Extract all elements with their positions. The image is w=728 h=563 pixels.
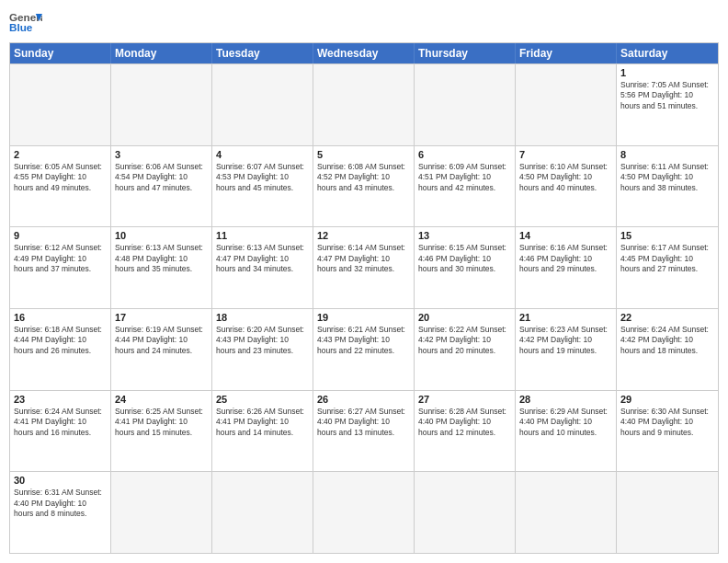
calendar-cell: 28Sunrise: 6:29 AM Sunset: 4:40 PM Dayli… (516, 391, 617, 472)
day-number: 17 (115, 312, 208, 323)
day-number: 12 (317, 230, 410, 241)
cell-info: Sunrise: 6:09 AM Sunset: 4:51 PM Dayligh… (418, 162, 511, 193)
cell-info: Sunrise: 6:05 AM Sunset: 4:55 PM Dayligh… (14, 162, 107, 193)
day-number: 25 (216, 394, 309, 405)
day-number: 18 (216, 312, 309, 323)
cell-info: Sunrise: 6:17 AM Sunset: 4:45 PM Dayligh… (620, 243, 714, 274)
day-number: 15 (620, 230, 714, 241)
calendar-cell: 13Sunrise: 6:15 AM Sunset: 4:46 PM Dayli… (415, 227, 516, 308)
day-number: 13 (418, 230, 511, 241)
calendar-cell: 24Sunrise: 6:25 AM Sunset: 4:41 PM Dayli… (111, 391, 212, 472)
calendar-cell: 11Sunrise: 6:13 AM Sunset: 4:47 PM Dayli… (212, 227, 313, 308)
week-row-2: 2Sunrise: 6:05 AM Sunset: 4:55 PM Daylig… (10, 145, 718, 227)
calendar-cell (415, 64, 516, 145)
calendar-cell (10, 64, 111, 145)
day-number: 20 (418, 312, 511, 323)
cell-info: Sunrise: 6:11 AM Sunset: 4:50 PM Dayligh… (620, 162, 714, 193)
calendar-cell (516, 472, 617, 553)
week-row-4: 16Sunrise: 6:18 AM Sunset: 4:44 PM Dayli… (10, 308, 718, 390)
cell-info: Sunrise: 6:24 AM Sunset: 4:41 PM Dayligh… (14, 407, 107, 438)
logo: General Blue (9, 9, 42, 35)
day-number: 4 (216, 149, 309, 160)
week-row-3: 9Sunrise: 6:12 AM Sunset: 4:49 PM Daylig… (10, 226, 718, 308)
week-row-6: 30Sunrise: 6:31 AM Sunset: 4:40 PM Dayli… (10, 471, 718, 553)
cell-info: Sunrise: 6:24 AM Sunset: 4:42 PM Dayligh… (620, 325, 714, 356)
calendar-cell: 1Sunrise: 7:05 AM Sunset: 5:56 PM Daylig… (617, 64, 718, 145)
header-saturday: Saturday (617, 43, 718, 63)
calendar-cell: 25Sunrise: 6:26 AM Sunset: 4:41 PM Dayli… (212, 391, 313, 472)
header: General Blue (9, 9, 719, 35)
day-number: 22 (620, 312, 714, 323)
cell-info: Sunrise: 6:28 AM Sunset: 4:40 PM Dayligh… (418, 407, 511, 438)
day-number: 1 (620, 67, 714, 78)
calendar-cell: 22Sunrise: 6:24 AM Sunset: 4:42 PM Dayli… (617, 309, 718, 390)
calendar-cell: 27Sunrise: 6:28 AM Sunset: 4:40 PM Dayli… (415, 391, 516, 472)
cell-info: Sunrise: 6:22 AM Sunset: 4:42 PM Dayligh… (418, 325, 511, 356)
day-number: 11 (216, 230, 309, 241)
calendar-cell (617, 472, 718, 553)
cell-info: Sunrise: 6:13 AM Sunset: 4:48 PM Dayligh… (115, 243, 208, 274)
cell-info: Sunrise: 6:18 AM Sunset: 4:44 PM Dayligh… (14, 325, 107, 356)
day-number: 2 (14, 149, 107, 160)
day-number: 6 (418, 149, 511, 160)
calendar-cell (313, 472, 415, 553)
header-friday: Friday (516, 43, 617, 63)
day-number: 19 (317, 312, 410, 323)
calendar: Sunday Monday Tuesday Wednesday Thursday… (9, 42, 719, 554)
calendar-cell: 2Sunrise: 6:05 AM Sunset: 4:55 PM Daylig… (10, 146, 111, 227)
calendar-cell: 10Sunrise: 6:13 AM Sunset: 4:48 PM Dayli… (111, 227, 212, 308)
calendar-cell (212, 64, 313, 145)
day-number: 27 (418, 394, 511, 405)
cell-info: Sunrise: 6:10 AM Sunset: 4:50 PM Dayligh… (519, 162, 612, 193)
calendar-cell (111, 64, 212, 145)
calendar-cell: 20Sunrise: 6:22 AM Sunset: 4:42 PM Dayli… (415, 309, 516, 390)
calendar-cell (415, 472, 516, 553)
calendar-cell (111, 472, 212, 553)
cell-info: Sunrise: 6:25 AM Sunset: 4:41 PM Dayligh… (115, 407, 208, 438)
cell-info: Sunrise: 6:12 AM Sunset: 4:49 PM Dayligh… (14, 243, 107, 274)
day-number: 7 (519, 149, 612, 160)
week-row-1: 1Sunrise: 7:05 AM Sunset: 5:56 PM Daylig… (10, 63, 718, 145)
cell-info: Sunrise: 7:05 AM Sunset: 5:56 PM Dayligh… (620, 80, 714, 111)
calendar-cell (516, 64, 617, 145)
header-sunday: Sunday (10, 43, 111, 63)
day-number: 8 (620, 149, 714, 160)
day-number: 21 (519, 312, 612, 323)
cell-info: Sunrise: 6:26 AM Sunset: 4:41 PM Dayligh… (216, 407, 309, 438)
calendar-cell: 26Sunrise: 6:27 AM Sunset: 4:40 PM Dayli… (313, 391, 415, 472)
calendar-cell: 18Sunrise: 6:20 AM Sunset: 4:43 PM Dayli… (212, 309, 313, 390)
calendar-cell: 5Sunrise: 6:08 AM Sunset: 4:52 PM Daylig… (313, 146, 415, 227)
day-number: 3 (115, 149, 208, 160)
header-tuesday: Tuesday (212, 43, 313, 63)
calendar-cell: 14Sunrise: 6:16 AM Sunset: 4:46 PM Dayli… (516, 227, 617, 308)
day-number: 28 (519, 394, 612, 405)
cell-info: Sunrise: 6:15 AM Sunset: 4:46 PM Dayligh… (418, 243, 511, 274)
generalblue-logo-icon: General Blue (9, 9, 42, 35)
cell-info: Sunrise: 6:07 AM Sunset: 4:53 PM Dayligh… (216, 162, 309, 193)
calendar-cell: 30Sunrise: 6:31 AM Sunset: 4:40 PM Dayli… (10, 472, 111, 553)
day-number: 5 (317, 149, 410, 160)
calendar-cell: 7Sunrise: 6:10 AM Sunset: 4:50 PM Daylig… (516, 146, 617, 227)
calendar-cell: 21Sunrise: 6:23 AM Sunset: 4:42 PM Dayli… (516, 309, 617, 390)
cell-info: Sunrise: 6:29 AM Sunset: 4:40 PM Dayligh… (519, 407, 612, 438)
calendar-cell: 29Sunrise: 6:30 AM Sunset: 4:40 PM Dayli… (617, 391, 718, 472)
calendar-cell: 15Sunrise: 6:17 AM Sunset: 4:45 PM Dayli… (617, 227, 718, 308)
day-number: 10 (115, 230, 208, 241)
calendar-cell: 6Sunrise: 6:09 AM Sunset: 4:51 PM Daylig… (415, 146, 516, 227)
cell-info: Sunrise: 6:23 AM Sunset: 4:42 PM Dayligh… (519, 325, 612, 356)
calendar-cell: 19Sunrise: 6:21 AM Sunset: 4:43 PM Dayli… (313, 309, 415, 390)
calendar-cell: 9Sunrise: 6:12 AM Sunset: 4:49 PM Daylig… (10, 227, 111, 308)
cell-info: Sunrise: 6:14 AM Sunset: 4:47 PM Dayligh… (317, 243, 410, 274)
calendar-cell: 16Sunrise: 6:18 AM Sunset: 4:44 PM Dayli… (10, 309, 111, 390)
calendar-cell (212, 472, 313, 553)
calendar-cell (313, 64, 415, 145)
calendar-cell: 4Sunrise: 6:07 AM Sunset: 4:53 PM Daylig… (212, 146, 313, 227)
header-monday: Monday (111, 43, 212, 63)
cell-info: Sunrise: 6:27 AM Sunset: 4:40 PM Dayligh… (317, 407, 410, 438)
cell-info: Sunrise: 6:08 AM Sunset: 4:52 PM Dayligh… (317, 162, 410, 193)
calendar-cell: 17Sunrise: 6:19 AM Sunset: 4:44 PM Dayli… (111, 309, 212, 390)
calendar-cell: 12Sunrise: 6:14 AM Sunset: 4:47 PM Dayli… (313, 227, 415, 308)
day-number: 14 (519, 230, 612, 241)
calendar-header: Sunday Monday Tuesday Wednesday Thursday… (10, 43, 718, 63)
cell-info: Sunrise: 6:16 AM Sunset: 4:46 PM Dayligh… (519, 243, 612, 274)
